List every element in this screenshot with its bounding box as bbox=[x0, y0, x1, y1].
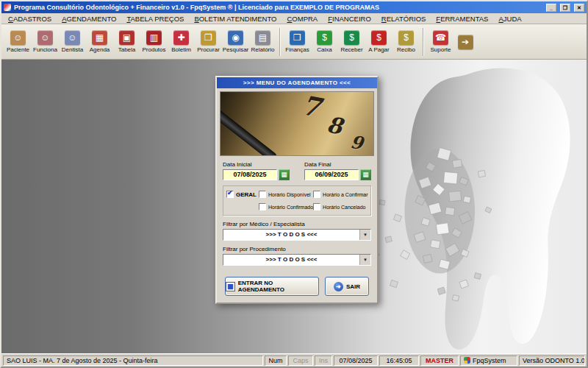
checkbox-label: GERAL bbox=[236, 191, 257, 198]
toolbar-label: Tabela bbox=[118, 46, 136, 53]
toolbar-button-tabela[interactable]: ▣ Tabela bbox=[113, 26, 140, 58]
support-phone-icon: ☎ bbox=[433, 30, 448, 45]
menu-agendamento[interactable]: AGENDAMENTO bbox=[57, 15, 121, 23]
status-version: Versão ODONTO 1.0 bbox=[519, 355, 585, 366]
filter-procedimento-dropdown[interactable]: >>> T O D O S <<< ▼ bbox=[223, 254, 371, 266]
toolbar-button-boletim[interactable]: ✚ Boletim bbox=[168, 26, 195, 58]
menu-ferramentas[interactable]: FERRAMENTAS bbox=[431, 15, 493, 23]
toolbar-label: Agenda bbox=[90, 46, 110, 53]
toolbar-button-paciente[interactable]: ☺ Paciente bbox=[4, 26, 32, 58]
menu-tabela-precos[interactable]: TABELA PREÇOS bbox=[121, 15, 189, 23]
toolbar-button-financas[interactable]: ❒ Finanças bbox=[284, 26, 311, 58]
application-window: Programa Consultório Odontológico + Fina… bbox=[0, 0, 588, 368]
sair-button[interactable]: ➜ SAIR bbox=[325, 277, 369, 296]
titlebar[interactable]: Programa Consultório Odontológico + Fina… bbox=[1, 1, 587, 13]
toolbar-label: Relatório bbox=[251, 46, 274, 53]
toolbar-label: Caixa bbox=[317, 46, 331, 53]
menu-boletim-atendimento[interactable]: BOLETIM ATENDIMENTO bbox=[189, 15, 282, 23]
pen-graphic bbox=[220, 102, 279, 156]
bulletin-icon: ✚ bbox=[173, 30, 189, 45]
menubar: CADASTROS AGENDAMENTO TABELA PREÇOS BOLE… bbox=[1, 13, 587, 24]
chevron-down-icon[interactable]: ▼ bbox=[359, 230, 370, 240]
data-final-group: Data Final 06/09/2025 ▦ bbox=[304, 161, 371, 180]
toolbar-label: A Pagar bbox=[368, 46, 389, 53]
checkbox-box bbox=[313, 203, 320, 210]
app-icon bbox=[4, 4, 11, 11]
toolbar-button-recibo[interactable]: $ Recibo bbox=[392, 26, 420, 58]
statusbar: SAO LUIS - MA. 7 de Agosto de 2025 - Qui… bbox=[1, 353, 587, 367]
staff-icon: ☺ bbox=[37, 30, 53, 45]
fpqsystem-logo-icon bbox=[464, 357, 470, 364]
toolbar-label: Funciona bbox=[33, 46, 57, 53]
menu-relatorios[interactable]: RELATÓRIOS bbox=[376, 15, 431, 23]
toolbar: ☺ Paciente ☺ Funciona ☺ Dentista ▦ Agend… bbox=[1, 24, 587, 60]
toolbar-separator bbox=[423, 28, 424, 56]
exit-arrow-icon: ➜ bbox=[334, 282, 343, 291]
toolbar-button-suporte[interactable]: ☎ Suporte bbox=[427, 26, 454, 58]
exit-button[interactable]: ➔ bbox=[454, 26, 476, 58]
checkbox-label: Horário Cancelado bbox=[323, 205, 365, 210]
receive-money-icon: $ bbox=[344, 30, 359, 45]
toolbar-button-caixa[interactable]: $ Caixa bbox=[311, 26, 338, 58]
menu-cadastros[interactable]: CADASTROS bbox=[3, 15, 57, 23]
calendar-photo: 7 8 9 bbox=[220, 91, 374, 156]
receipt-icon: $ bbox=[398, 30, 414, 45]
report-icon: ▤ bbox=[255, 30, 270, 45]
dropdown-value: >>> T O D O S <<< bbox=[223, 230, 359, 240]
checkbox-box bbox=[259, 191, 266, 198]
menu-ajuda[interactable]: AJUDA bbox=[493, 15, 526, 23]
window-title: Programa Consultório Odontológico + Fina… bbox=[14, 4, 542, 11]
checkbox-horario-confirmado[interactable]: Horário Confirmado bbox=[259, 203, 313, 210]
filter-procedimento-section: Filtrar por Procedimento >>> T O D O S <… bbox=[217, 241, 377, 266]
toolbar-label: Finanças bbox=[285, 46, 309, 53]
menu-financeiro[interactable]: FINANCEIRO bbox=[323, 15, 376, 23]
toolbar-button-agenda[interactable]: ▦ Agenda bbox=[86, 26, 113, 58]
data-final-input[interactable]: 06/09/2025 bbox=[304, 169, 359, 180]
toolbar-button-receber[interactable]: $ Receber bbox=[338, 26, 365, 58]
toolbar-button-relatorio[interactable]: ▤ Relatório bbox=[249, 26, 276, 58]
check-icon: ✔ bbox=[227, 189, 233, 197]
status-caps-lock: Caps bbox=[288, 355, 313, 366]
maximize-button[interactable]: ❐ bbox=[560, 4, 570, 12]
menu-compra[interactable]: COMPRA bbox=[282, 15, 323, 23]
toolbar-button-funcionario[interactable]: ☺ Funciona bbox=[32, 26, 59, 58]
data-inicial-input[interactable]: 07/08/2025 bbox=[223, 169, 277, 180]
toolbar-label: Produtos bbox=[142, 46, 165, 53]
entrar-agendamento-button[interactable]: ▦ ENTRAR NO AGENDAMENTO bbox=[225, 277, 319, 296]
checkbox-horario-a-confirmar[interactable]: Horário a Confirmar bbox=[313, 191, 368, 198]
minimize-button[interactable]: _ bbox=[546, 4, 556, 12]
status-num-lock: Num bbox=[265, 355, 287, 366]
chevron-down-icon[interactable]: ▼ bbox=[359, 255, 370, 265]
toolbar-button-produtos[interactable]: ▥ Produtos bbox=[140, 26, 168, 58]
toolbar-button-procurar[interactable]: ❐ Procurar bbox=[195, 26, 222, 58]
data-final-calendar-button[interactable]: ▦ bbox=[360, 169, 371, 180]
filter-checkbox-panel: ✔ GERAL Horário Disponível Horário a Con… bbox=[223, 185, 371, 216]
toolbar-label: Receber bbox=[340, 46, 362, 53]
filter-procedimento-label: Filtrar por Procedimento bbox=[223, 246, 371, 252]
filter-medico-section: Filtrar por Médico / Especialista >>> T … bbox=[217, 216, 377, 241]
filter-medico-dropdown[interactable]: >>> T O D O S <<< ▼ bbox=[223, 229, 371, 241]
status-brand: FpqSystem bbox=[460, 355, 517, 366]
data-inicial-calendar-button[interactable]: ▦ bbox=[279, 169, 290, 180]
photo-number-7: 7 bbox=[299, 91, 323, 123]
dentist-icon: ☺ bbox=[65, 30, 80, 45]
checkbox-box bbox=[313, 191, 320, 198]
data-final-label: Data Final bbox=[304, 161, 371, 168]
close-button[interactable]: ✕ bbox=[574, 4, 584, 12]
calendar-icon: ▦ bbox=[92, 30, 107, 45]
toolbar-label: Boletim bbox=[171, 46, 191, 53]
toolbar-button-apagar[interactable]: $ A Pagar bbox=[365, 26, 392, 58]
checkbox-geral[interactable]: ✔ GERAL bbox=[226, 191, 259, 198]
exit-door-icon: ➔ bbox=[458, 35, 473, 49]
status-location-date: SAO LUIS - MA. 7 de Agosto de 2025 - Qui… bbox=[3, 355, 263, 366]
search-icon: ◉ bbox=[228, 30, 243, 45]
finance-books-icon: ❒ bbox=[290, 30, 305, 45]
data-inicial-group: Data Inicial 07/08/2025 ▦ bbox=[223, 161, 290, 180]
checkbox-horario-cancelado[interactable]: Horário Cancelado bbox=[313, 203, 368, 210]
toolbar-button-dentista[interactable]: ☺ Dentista bbox=[59, 26, 86, 58]
dialog-titlebar[interactable]: >>> MENU DO AGENDAMENTO <<< bbox=[217, 77, 377, 88]
toolbar-separator bbox=[279, 28, 281, 56]
toolbar-label: Recibo bbox=[397, 46, 415, 53]
toolbar-button-pesquisar[interactable]: ◉ Pesquisar bbox=[222, 26, 249, 58]
checkbox-horario-disponivel[interactable]: Horário Disponível bbox=[259, 191, 313, 198]
